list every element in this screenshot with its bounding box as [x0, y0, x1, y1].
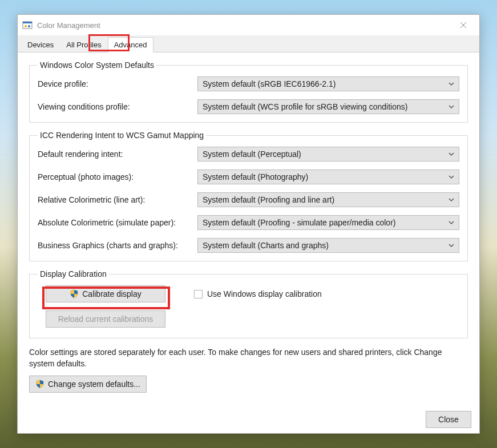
- reload-calibrations-button[interactable]: Reload current calibrations: [46, 310, 165, 328]
- dropdown-value: System default (Photography): [203, 172, 308, 181]
- label-viewing-conditions: Viewing conditions profile:: [38, 102, 197, 111]
- chevron-down-icon: [448, 195, 454, 204]
- label-relative: Relative Colorimetric (line art):: [38, 195, 197, 204]
- shield-icon: [35, 380, 45, 389]
- checkbox-box: [194, 290, 203, 298]
- dialog-footer: Close: [18, 406, 479, 433]
- chevron-down-icon: [448, 79, 454, 88]
- close-button[interactable]: Close: [426, 411, 471, 428]
- dropdown-value: System default (Proofing and line art): [203, 195, 334, 204]
- chevron-down-icon: [448, 102, 454, 111]
- dropdown-viewing-conditions[interactable]: System default (WCS profile for sRGB vie…: [197, 99, 459, 114]
- dropdown-absolute[interactable]: System default (Proofing - simulate pape…: [197, 215, 459, 230]
- checkbox-label: Use Windows display calibration: [207, 289, 322, 298]
- label-business: Business Graphics (charts and graphs):: [38, 241, 197, 250]
- button-label: Reload current calibrations: [58, 314, 153, 324]
- calibrate-display-button[interactable]: Calibrate display: [46, 285, 165, 302]
- app-icon: [22, 20, 33, 30]
- dropdown-perceptual[interactable]: System default (Photography): [197, 169, 459, 184]
- checkbox-use-windows-calibration[interactable]: Use Windows display calibration: [194, 289, 322, 298]
- window-close-button[interactable]: [452, 17, 475, 34]
- color-management-window: Color Management Devices All Profiles Ad…: [17, 14, 480, 434]
- group-legend: Display Calibration: [38, 269, 109, 279]
- tab-devices[interactable]: Devices: [21, 37, 60, 53]
- dropdown-relative[interactable]: System default (Proofing and line art): [197, 192, 459, 207]
- svg-point-2: [25, 25, 27, 27]
- label-device-profile: Device profile:: [38, 79, 197, 88]
- svg-rect-1: [23, 22, 32, 23]
- dropdown-value: System default (Charts and graphs): [203, 241, 329, 250]
- window-title: Color Management: [37, 21, 452, 30]
- dropdown-value: System default (sRGB IEC61966-2.1): [203, 79, 336, 88]
- group-legend: ICC Rendering Intent to WCS Gamut Mappin…: [38, 131, 206, 140]
- chevron-down-icon: [448, 172, 454, 181]
- group-windows-color-system-defaults: Windows Color System Defaults Device pro…: [29, 60, 468, 123]
- button-label: Calibrate display: [82, 289, 142, 298]
- tab-bar: Devices All Profiles Advanced: [18, 35, 479, 53]
- dropdown-default-intent[interactable]: System default (Perceptual): [197, 147, 459, 162]
- label-default-intent: Default rendering intent:: [38, 150, 197, 159]
- chevron-down-icon: [448, 241, 454, 250]
- tab-all-profiles[interactable]: All Profiles: [60, 37, 107, 53]
- dropdown-business[interactable]: System default (Charts and graphs): [197, 238, 459, 253]
- dropdown-device-profile[interactable]: System default (sRGB IEC61966-2.1): [197, 76, 459, 91]
- tab-advanced[interactable]: Advanced: [108, 37, 153, 53]
- group-legend: Windows Color System Defaults: [38, 60, 156, 70]
- chevron-down-icon: [448, 218, 454, 227]
- dropdown-value: System default (WCS profile for sRGB vie…: [203, 102, 407, 111]
- chevron-down-icon: [448, 150, 454, 159]
- button-label: Close: [438, 415, 459, 424]
- label-absolute: Absolute Colorimetric (simulate paper):: [38, 218, 197, 227]
- shield-icon: [70, 289, 79, 298]
- label-perceptual: Perceptual (photo images):: [38, 172, 197, 181]
- tab-content: Windows Color System Defaults Device pro…: [18, 53, 479, 406]
- info-text: Color settings are stored separately for…: [29, 346, 468, 370]
- group-display-calibration: Display Calibration Calibrate display Us…: [29, 269, 468, 338]
- svg-point-3: [28, 25, 30, 27]
- group-icc-rendering-intent: ICC Rendering Intent to WCS Gamut Mappin…: [29, 131, 468, 261]
- change-system-defaults-button[interactable]: Change system defaults...: [29, 376, 147, 393]
- button-label: Change system defaults...: [48, 380, 140, 389]
- dropdown-value: System default (Proofing - simulate pape…: [203, 218, 395, 227]
- close-icon: [460, 22, 467, 29]
- dropdown-value: System default (Perceptual): [203, 150, 301, 159]
- titlebar: Color Management: [18, 15, 479, 35]
